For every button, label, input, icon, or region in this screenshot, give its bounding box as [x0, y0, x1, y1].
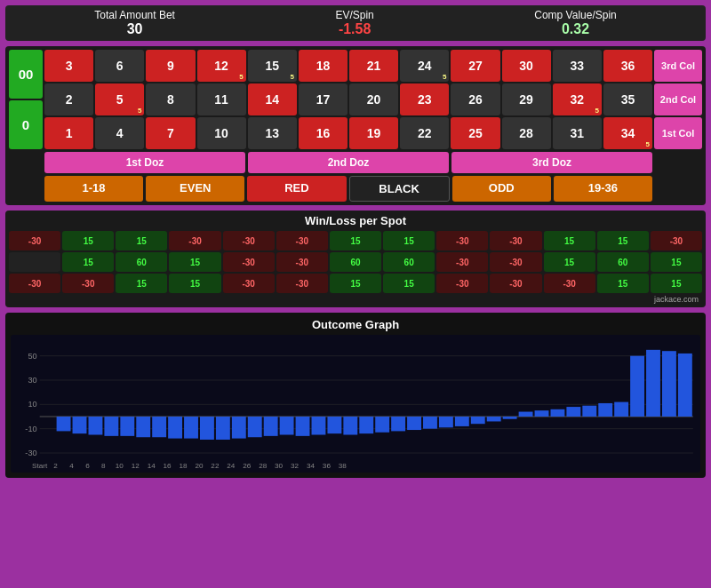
- svg-text:10: 10: [28, 400, 36, 409]
- wl-cell: 15: [597, 231, 649, 250]
- svg-rect-37: [455, 417, 469, 426]
- number-36[interactable]: 36: [603, 50, 652, 82]
- number-30[interactable]: 30: [502, 50, 551, 82]
- number-17[interactable]: 17: [299, 83, 348, 115]
- svg-rect-21: [200, 417, 214, 440]
- double-zero[interactable]: 00: [9, 50, 43, 99]
- bet-19-36[interactable]: 19-36: [554, 176, 652, 202]
- number-4[interactable]: 4: [95, 117, 144, 149]
- number-22[interactable]: 22: [400, 117, 449, 149]
- number-8[interactable]: 8: [146, 83, 195, 115]
- number-25[interactable]: 25: [451, 117, 499, 149]
- bet-black[interactable]: BLACK: [349, 176, 450, 202]
- wl-cell: -30: [223, 274, 275, 293]
- number-6[interactable]: 6: [95, 50, 144, 82]
- number-28[interactable]: 28: [502, 117, 551, 149]
- svg-rect-16: [120, 417, 134, 436]
- number-34[interactable]: 345: [603, 117, 652, 149]
- roulette-table: 00 0 36912515518212452730333625581114172…: [5, 46, 706, 205]
- number-14[interactable]: 14: [248, 83, 297, 115]
- number-13[interactable]: 13: [248, 117, 297, 149]
- number-24[interactable]: 245: [400, 50, 449, 82]
- number-26[interactable]: 26: [451, 83, 499, 115]
- number-33[interactable]: 33: [553, 50, 602, 82]
- bet-red[interactable]: RED: [247, 176, 346, 202]
- number-23[interactable]: 23: [400, 83, 449, 115]
- number-27[interactable]: 27: [451, 50, 499, 82]
- svg-rect-24: [248, 417, 262, 437]
- svg-text:30: 30: [28, 376, 36, 385]
- graph-section: Outcome Graph 503010-10-30Start246810121…: [5, 313, 706, 478]
- wl-cell: 15: [330, 231, 381, 250]
- wl-cell: -30: [9, 274, 60, 293]
- svg-text:8: 8: [101, 462, 106, 470]
- dozen-2[interactable]: 2nd Doz: [248, 152, 449, 173]
- number-7[interactable]: 7: [146, 117, 195, 149]
- number-18[interactable]: 18: [299, 50, 348, 82]
- single-zero[interactable]: 0: [9, 100, 43, 149]
- number-11[interactable]: 11: [197, 83, 246, 115]
- bet-even[interactable]: EVEN: [146, 176, 244, 202]
- winloss-grid: -301515-30-30-301515-30-301515-30156015-…: [9, 231, 702, 293]
- number-1[interactable]: 1: [44, 117, 93, 149]
- svg-rect-12: [57, 417, 71, 431]
- svg-text:6: 6: [85, 462, 90, 470]
- col-2-label[interactable]: 2nd Col: [654, 83, 702, 115]
- dozen-1[interactable]: 1st Doz: [44, 152, 245, 173]
- svg-rect-39: [487, 417, 501, 421]
- svg-rect-31: [359, 417, 373, 433]
- wl-cell: -30: [276, 252, 328, 272]
- total-bet-value: 30: [94, 21, 175, 37]
- wl-cell: 15: [116, 231, 167, 250]
- bet-odd[interactable]: ODD: [452, 176, 551, 202]
- number-9[interactable]: 9: [146, 50, 195, 82]
- svg-rect-34: [407, 417, 421, 430]
- svg-rect-50: [662, 351, 676, 417]
- wl-cell: -30: [436, 274, 488, 293]
- svg-rect-35: [423, 417, 437, 429]
- number-2[interactable]: 2: [44, 83, 93, 115]
- number-5[interactable]: 55: [95, 83, 144, 115]
- wl-cell: 15: [169, 252, 220, 272]
- wl-cell: -30: [436, 252, 488, 272]
- number-16[interactable]: 16: [299, 117, 348, 149]
- col-1-label[interactable]: 1st Col: [654, 117, 702, 149]
- comp-stat: Comp Value/Spin 0.32: [534, 9, 617, 37]
- svg-text:10: 10: [116, 462, 124, 470]
- total-bet-label: Total Amount Bet: [94, 9, 175, 21]
- wl-cell: 15: [383, 231, 435, 250]
- col-labels: 3rd Col 2nd Col 1st Col: [654, 50, 702, 149]
- number-3[interactable]: 3: [44, 50, 93, 82]
- number-20[interactable]: 20: [349, 83, 398, 115]
- svg-text:22: 22: [211, 462, 220, 470]
- svg-rect-45: [582, 406, 596, 417]
- wl-cell: -30: [169, 231, 220, 250]
- graph-svg: 503010-10-30Start24681012141618202224262…: [11, 335, 700, 473]
- dozen-3[interactable]: 3rd Doz: [451, 152, 652, 173]
- wl-cell: -30: [223, 252, 275, 272]
- number-35[interactable]: 35: [603, 83, 652, 115]
- wl-cell: -30: [490, 252, 541, 272]
- wl-cell: 15: [597, 274, 649, 293]
- bet-1-18[interactable]: 1-18: [44, 176, 143, 202]
- number-12[interactable]: 125: [197, 50, 246, 82]
- svg-text:26: 26: [243, 462, 252, 470]
- wl-cell: -30: [544, 274, 595, 293]
- number-19[interactable]: 19: [349, 117, 398, 149]
- svg-text:18: 18: [180, 462, 188, 470]
- number-15[interactable]: 155: [248, 50, 297, 82]
- wl-cell: 15: [544, 252, 595, 272]
- wl-cell: 15: [651, 274, 702, 293]
- svg-rect-14: [88, 417, 102, 435]
- svg-rect-30: [343, 417, 357, 435]
- number-10[interactable]: 10: [197, 117, 246, 149]
- wl-cell: 15: [62, 252, 114, 272]
- wl-cell: -30: [436, 231, 488, 250]
- col-3-label[interactable]: 3rd Col: [654, 50, 702, 82]
- winloss-title: Win/Loss per Spot: [9, 214, 702, 227]
- wl-cell: -30: [276, 274, 328, 293]
- number-29[interactable]: 29: [502, 83, 551, 115]
- number-32[interactable]: 325: [553, 83, 602, 115]
- number-21[interactable]: 21: [349, 50, 398, 82]
- number-31[interactable]: 31: [553, 117, 602, 149]
